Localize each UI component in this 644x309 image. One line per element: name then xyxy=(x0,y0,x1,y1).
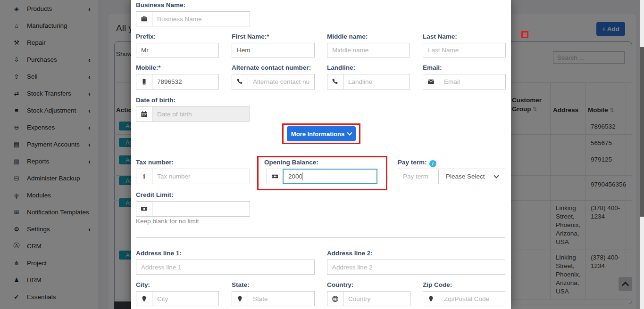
annotation-more-informations xyxy=(282,123,360,144)
last-name-label: Last Name: xyxy=(423,33,457,40)
landline-input[interactable] xyxy=(343,74,410,89)
prefix-label: Prefix: xyxy=(136,33,156,40)
landline-label: Landline: xyxy=(327,64,355,71)
state-group xyxy=(232,291,315,306)
zip-code-label: Zip Code: xyxy=(423,281,452,288)
alternate-contact-label: Alternate contact number: xyxy=(232,64,311,71)
date-of-birth-label: Date of birth: xyxy=(136,97,176,104)
tax-number-group: i xyxy=(136,169,250,184)
date-of-birth-group xyxy=(136,106,250,122)
map-marker-icon xyxy=(136,291,152,306)
address-line-2-label: Address line 2: xyxy=(327,250,373,257)
pay-term-label: Pay term:i xyxy=(398,159,436,167)
annotation-opening-balance xyxy=(257,156,387,190)
money-icon xyxy=(136,201,152,217)
credit-limit-helper-text: Keep blank for no limit xyxy=(136,218,199,225)
pay-term-input[interactable] xyxy=(398,169,439,184)
annotation-close-square xyxy=(521,31,528,38)
middle-name-label: Middle name: xyxy=(327,33,368,40)
globe-icon xyxy=(327,291,343,306)
mobile-phone-icon xyxy=(136,74,152,89)
pay-term-label-text: Pay term: xyxy=(398,159,427,166)
city-label: City: xyxy=(136,281,150,288)
state-input[interactable] xyxy=(248,291,315,306)
country-input[interactable] xyxy=(343,291,410,306)
alternate-contact-input[interactable] xyxy=(248,74,315,89)
address-line-1-label: Address line 1: xyxy=(136,250,182,257)
alternate-contact-group xyxy=(232,74,315,89)
city-input[interactable] xyxy=(152,291,219,306)
phone-icon xyxy=(327,74,343,89)
envelope-icon xyxy=(423,74,439,89)
address-line-1-input[interactable] xyxy=(136,260,315,275)
mobile-label: Mobile:* xyxy=(136,64,161,71)
prefix-input[interactable] xyxy=(136,43,219,57)
country-group xyxy=(327,291,410,306)
city-group xyxy=(136,291,219,306)
pay-term-select[interactable]: Please Select xyxy=(439,169,505,184)
country-label: Country: xyxy=(327,281,353,288)
tax-number-input[interactable] xyxy=(152,169,250,184)
map-marker-icon xyxy=(232,291,248,306)
chevron-down-icon xyxy=(493,173,499,178)
calendar-icon xyxy=(136,106,152,122)
info-circle-icon[interactable]: i xyxy=(429,160,436,167)
state-label: State: xyxy=(232,281,250,288)
briefcase-icon xyxy=(136,11,152,26)
zip-code-group xyxy=(423,291,505,306)
mobile-group xyxy=(136,74,219,89)
info-icon: i xyxy=(136,169,152,184)
mobile-input[interactable] xyxy=(152,74,219,89)
credit-limit-label: Credit Limit: xyxy=(136,191,174,198)
landline-group xyxy=(327,74,410,89)
email-input[interactable] xyxy=(439,74,506,89)
credit-limit-input[interactable] xyxy=(152,201,250,217)
add-contact-modal: Business Name: Prefix: First Name:* Midd… xyxy=(131,0,511,309)
map-marker-icon xyxy=(423,291,439,306)
pay-term-select-value: Please Select xyxy=(446,173,485,180)
business-name-group xyxy=(136,11,250,26)
phone-icon xyxy=(232,74,248,89)
zip-code-input[interactable] xyxy=(439,291,505,306)
last-name-input[interactable] xyxy=(423,43,506,57)
address-line-2-input[interactable] xyxy=(327,260,505,275)
first-name-input[interactable] xyxy=(232,43,315,57)
email-label: Email: xyxy=(423,64,442,71)
business-name-label: Business Name: xyxy=(136,1,185,8)
credit-limit-group xyxy=(136,201,250,217)
first-name-label: First Name:* xyxy=(232,33,269,40)
scrollbar-thumb[interactable] xyxy=(640,47,644,217)
email-group xyxy=(423,74,506,89)
business-name-input[interactable] xyxy=(152,11,250,26)
tax-number-label: Tax number: xyxy=(136,159,174,166)
section-divider xyxy=(136,150,505,150)
middle-name-input[interactable] xyxy=(327,43,410,57)
date-of-birth-input[interactable] xyxy=(152,106,250,122)
section-divider xyxy=(136,237,505,237)
